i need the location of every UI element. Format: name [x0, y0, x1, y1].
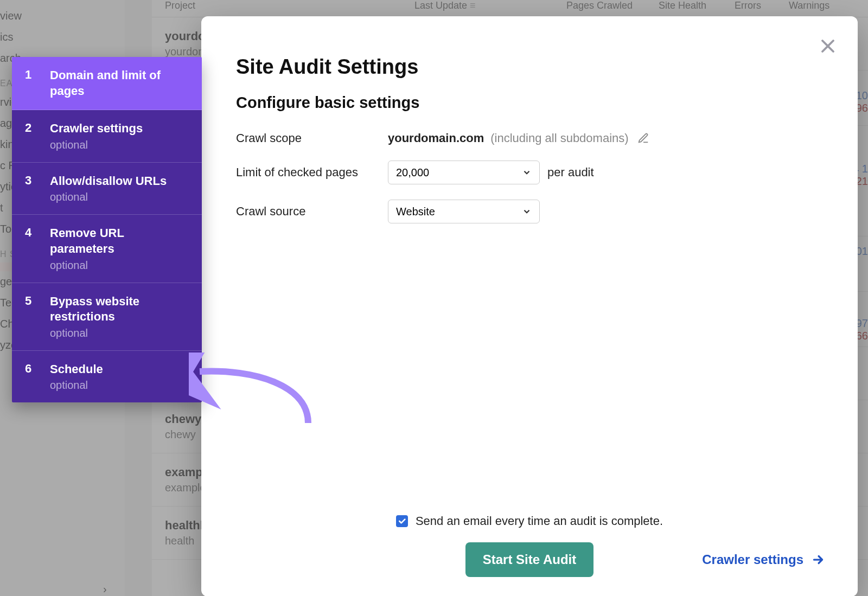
crawl-scope-label: Crawl scope	[236, 131, 388, 145]
step-title: Bypass website restrictions	[50, 294, 189, 325]
step-1-domain-limit[interactable]: 1 Domain and limit of pages	[12, 57, 202, 110]
limit-suffix: per audit	[547, 165, 594, 180]
step-6-schedule[interactable]: 6 Schedule optional	[12, 351, 202, 403]
limit-label: Limit of checked pages	[236, 165, 388, 180]
step-3-allow-disallow-urls[interactable]: 3 Allow/disallow URLs optional	[12, 163, 202, 215]
step-title: Crawler settings	[50, 121, 189, 137]
chevron-down-icon	[522, 207, 532, 216]
modal-title: Site Audit Settings	[236, 55, 825, 79]
email-notification-row: Send an email every time an audit is com…	[201, 514, 858, 528]
site-audit-settings-modal: Site Audit Settings Configure basic sett…	[201, 16, 858, 596]
start-site-audit-button[interactable]: Start Site Audit	[465, 542, 593, 577]
step-title: Allow/disallow URLs	[50, 174, 189, 189]
step-number: 4	[25, 226, 50, 271]
limit-row: Limit of checked pages 20,000 per audit	[236, 161, 825, 184]
crawl-scope-domain: yourdomain.com	[388, 131, 484, 145]
settings-stepper: 1 Domain and limit of pages 2 Crawler se…	[12, 57, 202, 402]
arrow-right-icon	[811, 553, 825, 567]
step-2-crawler-settings[interactable]: 2 Crawler settings optional	[12, 110, 202, 163]
step-number: 5	[25, 294, 50, 339]
chevron-down-icon	[522, 168, 532, 177]
step-number: 6	[25, 362, 50, 392]
step-optional: optional	[50, 139, 189, 151]
step-title: Domain and limit of pages	[50, 68, 189, 99]
step-optional: optional	[50, 259, 189, 272]
edit-icon[interactable]	[637, 132, 649, 144]
crawl-scope-value: yourdomain.com (including all subdomains…	[388, 131, 649, 145]
source-select[interactable]: Website	[388, 200, 540, 223]
step-optional: optional	[50, 379, 189, 392]
source-label: Crawl source	[236, 204, 388, 219]
step-optional: optional	[50, 327, 189, 339]
crawl-scope-row: Crawl scope yourdomain.com (including al…	[236, 131, 825, 145]
step-4-remove-url-parameters[interactable]: 4 Remove URL parameters optional	[12, 215, 202, 283]
close-icon[interactable]	[820, 38, 836, 54]
source-row: Crawl source Website	[236, 200, 825, 223]
modal-subtitle: Configure basic settings	[236, 94, 825, 112]
limit-value: 20,000	[396, 166, 429, 179]
step-number: 3	[25, 174, 50, 204]
step-title: Remove URL parameters	[50, 226, 189, 257]
limit-select[interactable]: 20,000	[388, 161, 540, 184]
email-checkbox-label: Send an email every time an audit is com…	[416, 514, 663, 528]
step-number: 2	[25, 121, 50, 151]
modal-footer: Start Site Audit Crawler settings	[201, 542, 858, 577]
step-title: Schedule	[50, 362, 189, 377]
email-checkbox[interactable]	[396, 515, 408, 527]
step-optional: optional	[50, 191, 189, 203]
crawl-scope-suffix: (including all subdomains)	[490, 131, 628, 145]
settings-form: Crawl scope yourdomain.com (including al…	[236, 131, 825, 223]
step-5-bypass-restrictions[interactable]: 5 Bypass website restrictions optional	[12, 283, 202, 351]
step-number: 1	[25, 68, 50, 99]
source-value: Website	[396, 206, 435, 218]
crawler-settings-link[interactable]: Crawler settings	[702, 552, 825, 567]
